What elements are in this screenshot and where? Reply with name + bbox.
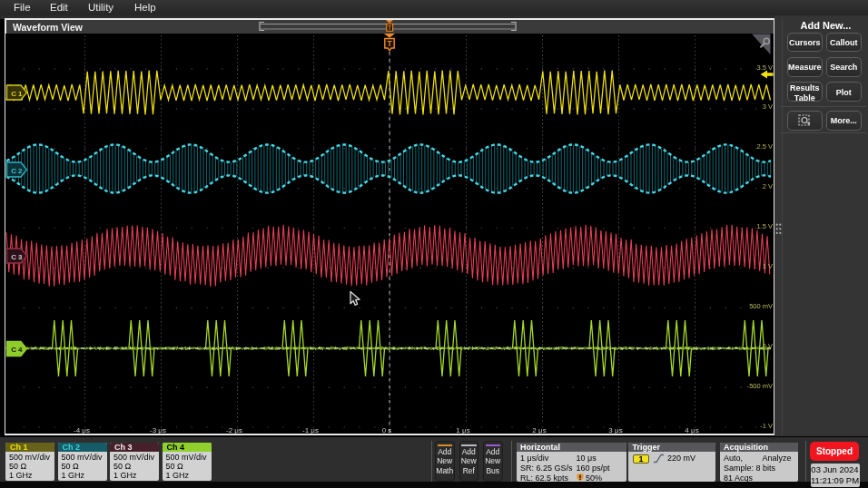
- svg-text:2 V: 2 V: [763, 182, 773, 190]
- svg-text:C: C: [11, 346, 16, 354]
- svg-text:500 mV: 500 mV: [749, 302, 773, 310]
- svg-text:-4 μs: -4 μs: [74, 426, 90, 434]
- svg-text:-1 μs: -1 μs: [302, 426, 319, 434]
- svg-text:3: 3: [18, 253, 23, 261]
- svg-text:2.5 V: 2.5 V: [756, 142, 773, 151]
- svg-text:2: 2: [18, 167, 23, 175]
- svg-text:1 μs: 1 μs: [456, 426, 469, 434]
- svg-text:-3 μs: -3 μs: [150, 426, 166, 434]
- svg-text:4 μs: 4 μs: [685, 426, 698, 434]
- svg-text:T: T: [388, 24, 391, 31]
- svg-text:0 V: 0 V: [763, 342, 773, 350]
- svg-text:C: C: [11, 253, 16, 261]
- svg-text:C: C: [11, 167, 16, 175]
- svg-text:1: 1: [18, 90, 23, 98]
- svg-text:1 V: 1 V: [763, 262, 773, 270]
- svg-text:-2 μs: -2 μs: [226, 426, 242, 434]
- svg-text:0 s: 0 s: [382, 426, 392, 434]
- svg-text:C: C: [11, 90, 16, 98]
- svg-text:3 μs: 3 μs: [608, 426, 622, 434]
- svg-text:-1 V: -1 V: [760, 422, 773, 430]
- svg-text:3 V: 3 V: [763, 102, 773, 111]
- svg-text:3.5 V: 3.5 V: [756, 63, 773, 72]
- svg-text:T: T: [387, 39, 392, 48]
- svg-text:1.5 V: 1.5 V: [756, 222, 773, 230]
- svg-text:-500 mV: -500 mV: [747, 382, 773, 390]
- svg-text:4: 4: [18, 346, 23, 354]
- svg-text:2 μs: 2 μs: [532, 426, 546, 434]
